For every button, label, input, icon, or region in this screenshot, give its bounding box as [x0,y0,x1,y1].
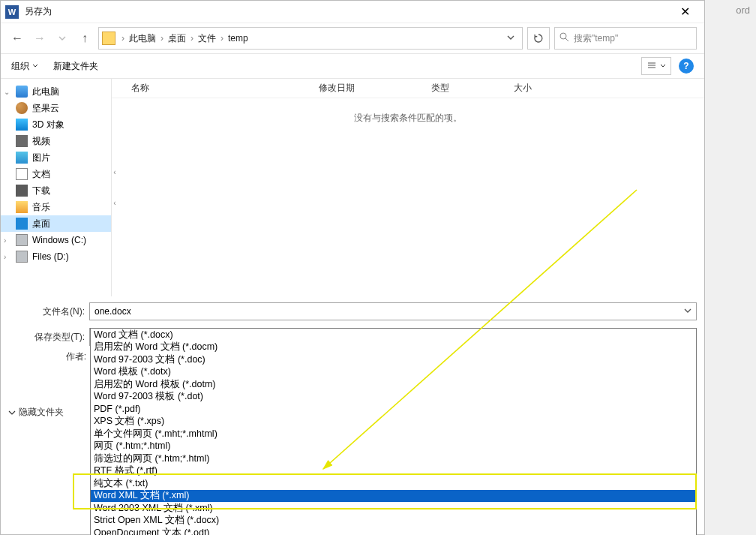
sidebar-item-icon [16,251,28,263]
filename-row: 文件名(N): one.docx [1,301,704,322]
refresh-button[interactable] [527,27,550,50]
sidebar-item-label: 音乐 [32,201,50,214]
filename-label: 文件名(N): [1,305,89,318]
filetype-option[interactable]: 启用宏的 Word 文档 (*.docm) [91,341,696,354]
svg-line-1 [566,38,568,41]
filetype-option[interactable]: PDF (*.pdf) [91,403,696,416]
new-folder-button[interactable]: 新建文件夹 [53,60,98,73]
filetype-option[interactable]: Strict Open XML 文档 (*.docx) [91,515,696,527]
sidebar-item-label: 图片 [32,152,50,164]
breadcrumb-temp[interactable]: temp [226,33,250,44]
sidebar-item[interactable]: 图片 [1,149,111,166]
back-button[interactable]: ← [8,29,26,47]
filetype-option[interactable]: RTF 格式 (*.rtf) [91,465,696,478]
sidebar-item-icon [16,86,28,98]
sidebar-item-label: Windows (C:) [32,235,86,245]
sidebar-item-icon [16,168,28,180]
filetype-option[interactable]: Word 2003 XML 文档 (*.xml) [91,502,696,515]
filetype-option[interactable]: OpenDocument 文本 (*.odt) [91,527,696,535]
sidebar-item[interactable]: 坚果云 [1,100,111,116]
sidebar: ⌄此电脑坚果云3D 对象视频图片文档下载音乐桌面›Windows (C:)›Fi… [1,79,112,296]
chevron-right-icon: › [218,33,226,44]
breadcrumb-pc[interactable]: 此电脑 [128,32,158,45]
filetype-option[interactable]: 筛选过的网页 (*.htm;*.html) [91,452,696,465]
background-app-fragment: ord [730,5,756,16]
sidebar-item-label: 桌面 [32,218,50,230]
sidebar-item[interactable]: 下载 [1,182,111,199]
save-as-dialog: W 另存为 ✕ ← → ↑ › 此电脑 › 桌面 › 文件 › temp 搜索"… [0,0,705,535]
toolbar: 组织 新建文件夹 ? [1,53,704,79]
sidebar-item[interactable]: 视频 [1,133,111,149]
filetype-option[interactable]: 网页 (*.htm;*.html) [91,440,696,453]
sidebar-item-icon [16,102,28,114]
splitter-handle[interactable]: ‹‹ [112,79,118,296]
titlebar: W 另存为 ✕ [1,1,704,23]
tree-expand-icon[interactable]: › [4,253,6,261]
filetype-options-list[interactable]: Word 文档 (*.docx)启用宏的 Word 文档 (*.docm)Wor… [90,328,697,535]
breadcrumb-desktop[interactable]: 桌面 [166,32,188,45]
chevron-right-icon: › [118,33,128,44]
up-button[interactable]: ↑ [76,29,94,47]
sidebar-item[interactable]: 桌面 [1,215,111,232]
col-name[interactable]: 名称 [127,82,314,95]
folder-icon [102,32,116,45]
col-modified[interactable]: 修改日期 [314,82,427,95]
sidebar-item[interactable]: ⌄此电脑 [1,83,111,100]
sidebar-item[interactable]: ›Files (D:) [1,248,111,265]
chevron-down-icon [32,63,38,69]
sidebar-item[interactable]: ›Windows (C:) [1,232,111,248]
view-options-button[interactable] [641,57,671,75]
sidebar-item[interactable]: 3D 对象 [1,116,111,133]
sidebar-item-icon [16,201,28,213]
organize-menu[interactable]: 组织 [11,60,38,73]
sidebar-item-label: 视频 [32,135,50,148]
empty-message: 没有与搜索条件匹配的项。 [112,98,704,125]
tree-expand-icon[interactable]: ⌄ [4,88,10,96]
list-header: 名称 修改日期 类型 大小 [112,79,704,98]
filetype-option[interactable]: XPS 文档 (*.xps) [91,416,696,428]
help-button[interactable]: ? [679,59,694,74]
sidebar-item-icon [16,218,28,230]
forward-button[interactable]: → [31,29,49,47]
file-list-area: ‹‹ 名称 修改日期 类型 大小 没有与搜索条件匹配的项。 [112,79,704,296]
filetype-option[interactable]: Word 97-2003 文档 (*.doc) [91,353,696,366]
search-icon [560,32,569,44]
tree-expand-icon[interactable]: › [4,236,6,245]
filetype-option[interactable]: 纯文本 (*.txt) [91,477,696,490]
address-dropdown-icon[interactable] [502,33,519,44]
authors-label: 作者: [55,350,89,363]
main-split: ⌄此电脑坚果云3D 对象视频图片文档下载音乐桌面›Windows (C:)›Fi… [1,79,704,296]
filetype-option[interactable]: Word XML 文档 (*.xml) [91,490,696,503]
hide-folders-toggle[interactable]: 隐藏文件夹 [8,406,64,419]
list-view-icon [647,62,656,71]
sidebar-item-icon [16,185,28,197]
filename-input[interactable]: one.docx [89,302,697,320]
sidebar-item[interactable]: 文档 [1,166,111,182]
filetype-label: 保存类型(T): [1,331,89,344]
recent-dropdown[interactable] [53,29,71,47]
sidebar-item-label: 3D 对象 [32,119,64,131]
filetype-option[interactable]: Word 文档 (*.docx) [91,329,696,341]
sidebar-item-label: 此电脑 [32,86,59,98]
sidebar-item[interactable]: 音乐 [1,199,111,215]
chevron-down-icon[interactable] [684,306,692,317]
sidebar-item-label: 下载 [32,185,50,197]
filetype-option[interactable]: 单个文件网页 (*.mht;*.mhtml) [91,428,696,440]
svg-point-0 [560,33,566,39]
address-bar[interactable]: › 此电脑 › 桌面 › 文件 › temp [98,27,523,50]
search-placeholder: 搜索"temp" [574,32,618,45]
sidebar-item-icon [16,152,28,164]
col-type[interactable]: 类型 [427,82,509,95]
filetype-option[interactable]: Word 模板 (*.dotx) [91,366,696,379]
navigation-bar: ← → ↑ › 此电脑 › 桌面 › 文件 › temp 搜索"temp" [1,23,704,53]
breadcrumb-files[interactable]: 文件 [196,32,218,45]
col-size[interactable]: 大小 [509,82,569,95]
sidebar-item-label: Files (D:) [32,251,69,262]
word-app-icon: W [5,5,19,19]
filetype-option[interactable]: Word 97-2003 模板 (*.dot) [91,391,696,404]
filetype-option[interactable]: 启用宏的 Word 模板 (*.dotm) [91,378,696,391]
close-button[interactable]: ✕ [670,5,700,19]
chevron-right-icon: › [158,33,166,44]
search-input[interactable]: 搜索"temp" [554,27,697,50]
sidebar-item-icon [16,119,28,131]
